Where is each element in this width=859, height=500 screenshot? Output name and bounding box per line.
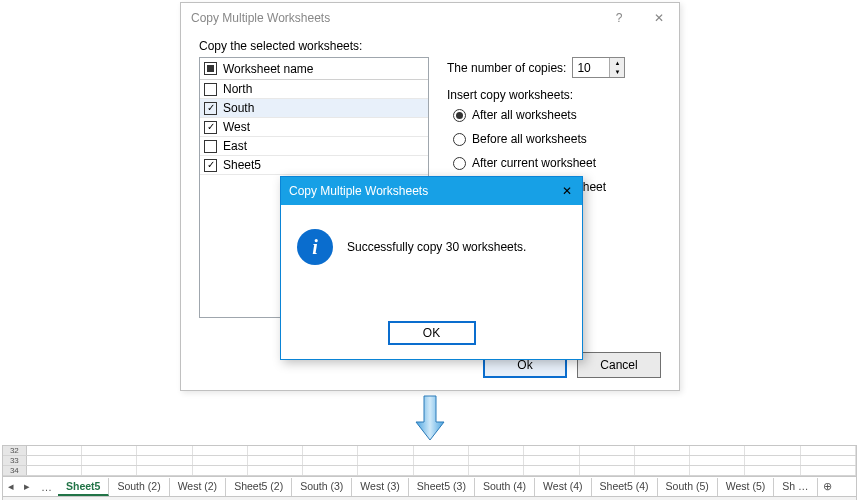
cell[interactable] [248,446,303,455]
cell[interactable] [27,446,82,455]
cell[interactable] [745,446,800,455]
dialog-titlebar[interactable]: Copy Multiple Worksheets ? ✕ [181,3,679,33]
copies-spinner[interactable]: 10 ▲ ▼ [572,57,625,78]
cell[interactable] [27,456,82,465]
sheet-tab[interactable]: South (3) [292,478,352,496]
cell[interactable] [82,456,137,465]
cell[interactable] [635,446,690,455]
cell[interactable] [193,456,248,465]
cell[interactable] [358,446,413,455]
cell[interactable] [635,466,690,475]
row-header[interactable]: 33 [3,456,27,465]
cell[interactable] [358,456,413,465]
radio-icon[interactable] [453,109,466,122]
spinner-up-icon[interactable]: ▲ [609,58,624,68]
cell[interactable] [801,466,856,475]
cell[interactable] [137,456,192,465]
cell[interactable] [801,456,856,465]
new-sheet-icon[interactable]: ⊕ [818,480,838,493]
cell[interactable] [303,446,358,455]
cell[interactable] [635,456,690,465]
cell[interactable] [690,456,745,465]
sheet-tab[interactable]: West (5) [718,478,774,496]
select-all-checkbox[interactable] [204,62,217,75]
cell[interactable] [303,456,358,465]
radio-option[interactable]: After all worksheets [447,108,661,122]
radio-icon[interactable] [453,157,466,170]
cell[interactable] [193,466,248,475]
cell[interactable] [690,466,745,475]
row-header[interactable]: 32 [3,446,27,455]
cell[interactable] [469,446,524,455]
cell[interactable] [137,446,192,455]
list-header[interactable]: Worksheet name [200,58,428,80]
checkbox[interactable] [204,83,217,96]
cell[interactable] [414,466,469,475]
cell[interactable] [580,466,635,475]
cell[interactable] [745,456,800,465]
cell[interactable] [469,466,524,475]
grid-row[interactable]: 32 [3,446,856,456]
msgbox-titlebar[interactable]: Copy Multiple Worksheets ✕ [281,177,582,205]
sheet-tab[interactable]: South (5) [658,478,718,496]
sheet-tab[interactable]: Sheet5 (2) [226,478,292,496]
cell[interactable] [82,446,137,455]
cell[interactable] [193,446,248,455]
cell[interactable] [248,456,303,465]
radio-icon[interactable] [453,133,466,146]
tab-overflow-left[interactable]: … [35,481,58,493]
radio-option[interactable]: Before all worksheets [447,132,661,146]
worksheet-grid[interactable]: 323334 [3,446,856,476]
nav-next-icon[interactable]: ▸ [19,480,35,493]
cell[interactable] [580,456,635,465]
msgbox-ok-button[interactable]: OK [388,321,476,345]
checkbox[interactable]: ✓ [204,121,217,134]
close-icon[interactable]: ✕ [552,177,582,205]
sheet-tab[interactable]: Sheet5 (4) [592,478,658,496]
checkbox[interactable]: ✓ [204,159,217,172]
sheet-tab[interactable]: South (2) [109,478,169,496]
grid-row[interactable]: 33 [3,456,856,466]
cell[interactable] [137,466,192,475]
radio-option[interactable]: After current worksheet [447,156,661,170]
help-icon[interactable]: ? [599,3,639,33]
cell[interactable] [524,456,579,465]
cell[interactable] [414,456,469,465]
close-icon[interactable]: ✕ [639,3,679,33]
sheet-tab[interactable]: West (3) [352,478,408,496]
sheet-tab[interactable]: Sheet5 (3) [409,478,475,496]
list-item[interactable]: ✓Sheet5 [200,156,428,175]
row-header[interactable]: 34 [3,466,27,475]
cancel-button[interactable]: Cancel [577,352,661,378]
sheet-tab[interactable]: Sh … [774,478,817,496]
cell[interactable] [248,466,303,475]
sheet-tab[interactable]: South (4) [475,478,535,496]
msgbox-message: Successfully copy 30 worksheets. [347,240,526,254]
cell[interactable] [469,456,524,465]
cell[interactable] [690,446,745,455]
radio-label: After current worksheet [472,156,596,170]
cell[interactable] [524,446,579,455]
cell[interactable] [580,446,635,455]
spinner-down-icon[interactable]: ▼ [609,68,624,78]
list-item[interactable]: ✓West [200,118,428,137]
grid-row[interactable]: 34 [3,466,856,476]
cell[interactable] [414,446,469,455]
cell[interactable] [82,466,137,475]
list-item[interactable]: ✓South [200,99,428,118]
nav-prev-icon[interactable]: ◂ [3,480,19,493]
sheet-tab[interactable]: Sheet5 [58,478,109,496]
sheet-tab[interactable]: West (2) [170,478,226,496]
checkbox[interactable]: ✓ [204,102,217,115]
cell[interactable] [27,466,82,475]
list-item[interactable]: East [200,137,428,156]
sheet-tab-strip[interactable]: ◂ ▸ … Sheet5South (2)West (2)Sheet5 (2)S… [3,476,856,496]
checkbox[interactable] [204,140,217,153]
cell[interactable] [524,466,579,475]
cell[interactable] [745,466,800,475]
sheet-tab[interactable]: West (4) [535,478,591,496]
list-item[interactable]: North [200,80,428,99]
cell[interactable] [358,466,413,475]
cell[interactable] [303,466,358,475]
cell[interactable] [801,446,856,455]
